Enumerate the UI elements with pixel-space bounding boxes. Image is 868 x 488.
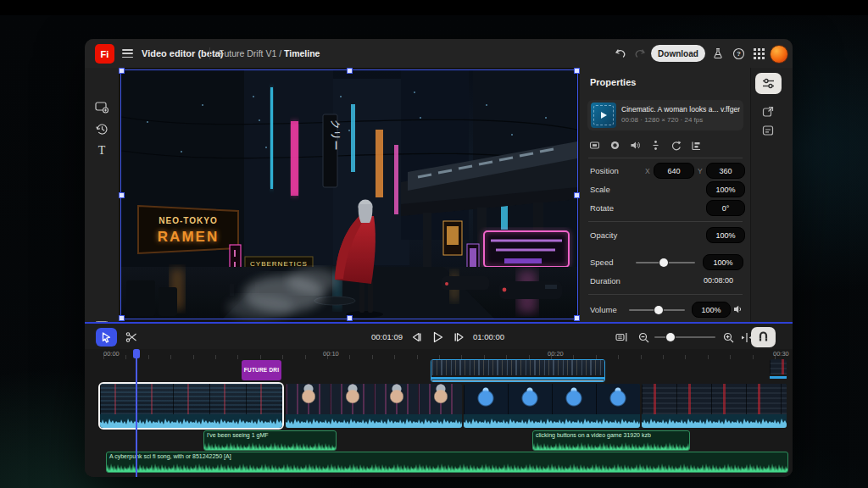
ruler-label: 00:00 xyxy=(103,350,120,358)
selection-handle[interactable] xyxy=(119,192,125,198)
volume-label: Volume xyxy=(590,305,617,314)
select-tool-button[interactable] xyxy=(96,328,117,347)
playhead[interactable] xyxy=(136,349,137,477)
scale-label: Scale xyxy=(590,185,610,194)
zoom-out-button[interactable] xyxy=(634,328,653,347)
title-clip[interactable]: FUTURE DRI xyxy=(242,360,281,380)
play-button[interactable] xyxy=(428,328,447,347)
previous-frame-button[interactable] xyxy=(407,328,426,347)
duration-label: Duration xyxy=(590,276,620,286)
selection-handle[interactable] xyxy=(119,68,125,74)
timeline-toolbar: 00:01:09 01:00:00 xyxy=(85,322,793,351)
right-toolbar xyxy=(750,68,793,322)
breadcrumb-page: Timeline xyxy=(284,48,320,58)
add-media-icon[interactable] xyxy=(93,98,110,115)
total-timecode: 01:00:00 xyxy=(473,332,504,341)
audio-clip-2[interactable]: clicking buttons on a video game 31920 k… xyxy=(532,430,690,451)
overlay-video-clip[interactable] xyxy=(431,359,605,382)
app-title: Video editor (beta) xyxy=(142,48,223,58)
audio-clip-2-label: clicking buttons on a video game 31920 k… xyxy=(536,432,651,438)
reorder-icon[interactable] xyxy=(690,139,703,152)
text-tool-icon[interactable]: T xyxy=(93,142,110,159)
music-clip[interactable]: A cyberpunk sci fi song, with or 8512422… xyxy=(106,452,788,473)
playhead-handle[interactable] xyxy=(133,349,140,358)
mute-icon[interactable] xyxy=(732,303,744,315)
volume-field[interactable]: 100% xyxy=(692,302,731,318)
audio-clip-1[interactable]: I've been seeing 1 gMF xyxy=(203,430,337,451)
help-icon[interactable]: ? xyxy=(730,45,747,62)
properties-title: Properties xyxy=(590,77,636,87)
overlay-video-clip-2[interactable] xyxy=(770,359,787,380)
volume-slider[interactable] xyxy=(629,309,685,311)
firefly-logo[interactable]: Fi xyxy=(95,44,114,64)
selection-handle[interactable] xyxy=(574,192,580,198)
left-toolbar: T xyxy=(85,68,119,322)
audio-clip-1-label: I've been seeing 1 gMF xyxy=(207,432,269,438)
current-timecode: 00:01:09 xyxy=(371,332,403,341)
beaker-icon[interactable] xyxy=(709,45,726,62)
extract-icon[interactable] xyxy=(649,139,662,152)
clip-meta: 00:08 · 1280 × 720 · 24 fps xyxy=(621,116,703,124)
preview-zone: クリー xyxy=(119,68,579,322)
video-clip-4[interactable] xyxy=(642,384,787,428)
rotate-icon[interactable] xyxy=(670,139,682,152)
captions-icon[interactable] xyxy=(760,122,776,139)
crop-icon[interactable] xyxy=(588,139,601,152)
clip-card[interactable]: Cinematic. A woman looks a... v.ffgenvid… xyxy=(587,100,743,130)
mask-icon[interactable] xyxy=(609,139,621,152)
desktop-background: Fi Video editor (beta) Future Drift V1 /… xyxy=(0,15,868,488)
timeline-zoom-slider[interactable] xyxy=(654,336,715,338)
clip-actions xyxy=(588,139,703,152)
split-tool-button[interactable] xyxy=(122,328,141,347)
ruler-label: 00:30 xyxy=(773,350,789,358)
rotate-field[interactable]: 0° xyxy=(706,200,745,216)
snapping-toggle-active[interactable] xyxy=(751,327,776,347)
properties-panel: Properties Cinematic. A woman looks a...… xyxy=(579,68,751,322)
ruler-label: 00:10 xyxy=(323,350,339,358)
position-y-label: Y xyxy=(698,167,703,175)
duration-value: 00:08:00 xyxy=(704,276,733,285)
fit-timeline-button[interactable] xyxy=(612,328,631,347)
selection-handle[interactable] xyxy=(574,68,580,74)
video-canvas[interactable]: クリー xyxy=(121,70,577,319)
apps-grid-icon[interactable] xyxy=(750,45,767,62)
next-frame-button[interactable] xyxy=(449,328,468,347)
timeline-panel[interactable]: 00:00 00:10 00:20 00:30 FUTURE DRI xyxy=(85,349,793,477)
undo-button[interactable] xyxy=(612,45,629,62)
speed-slider[interactable] xyxy=(636,262,695,263)
opacity-label: Opacity xyxy=(590,230,617,240)
video-clip-3[interactable] xyxy=(464,384,640,428)
audio-icon[interactable] xyxy=(629,139,642,152)
share-asset-icon[interactable] xyxy=(760,103,776,120)
top-bar: Fi Video editor (beta) Future Drift V1 /… xyxy=(85,39,793,69)
magnet-icon xyxy=(758,332,769,343)
timeline-ruler[interactable]: 00:00 00:10 00:20 00:30 xyxy=(85,349,793,359)
rotate-label: Rotate xyxy=(590,203,614,213)
ruler-label: 00:20 xyxy=(548,350,564,358)
sliders-icon xyxy=(762,78,775,89)
selection-handle[interactable] xyxy=(119,315,125,321)
selection-handle[interactable] xyxy=(347,68,353,74)
account-avatar[interactable] xyxy=(770,45,788,64)
title-clip-label: FUTURE DRI xyxy=(242,367,281,373)
video-clip-selected[interactable] xyxy=(100,384,282,428)
hamburger-menu-icon[interactable] xyxy=(122,49,133,58)
history-icon[interactable] xyxy=(93,120,110,137)
video-frame: クリー xyxy=(121,70,577,319)
download-button[interactable]: Download xyxy=(651,45,705,62)
redo-button[interactable] xyxy=(632,45,648,62)
video-clip-2[interactable] xyxy=(286,384,462,428)
properties-tab-active[interactable] xyxy=(755,73,782,94)
position-label: Position xyxy=(590,166,619,175)
selection-handle[interactable] xyxy=(574,315,580,321)
position-x-label: X xyxy=(645,167,650,175)
position-y-field[interactable]: 360 xyxy=(706,163,745,179)
breadcrumb[interactable]: Future Drift V1 / Timeline xyxy=(219,48,320,58)
breadcrumb-project[interactable]: Future Drift V1 / xyxy=(219,48,281,58)
position-x-field[interactable]: 640 xyxy=(654,163,694,179)
zoom-in-button[interactable] xyxy=(719,328,737,347)
opacity-field[interactable]: 100% xyxy=(706,227,745,243)
selection-handle[interactable] xyxy=(347,315,353,321)
speed-field[interactable]: 100% xyxy=(703,254,743,270)
scale-field[interactable]: 100% xyxy=(706,181,745,197)
